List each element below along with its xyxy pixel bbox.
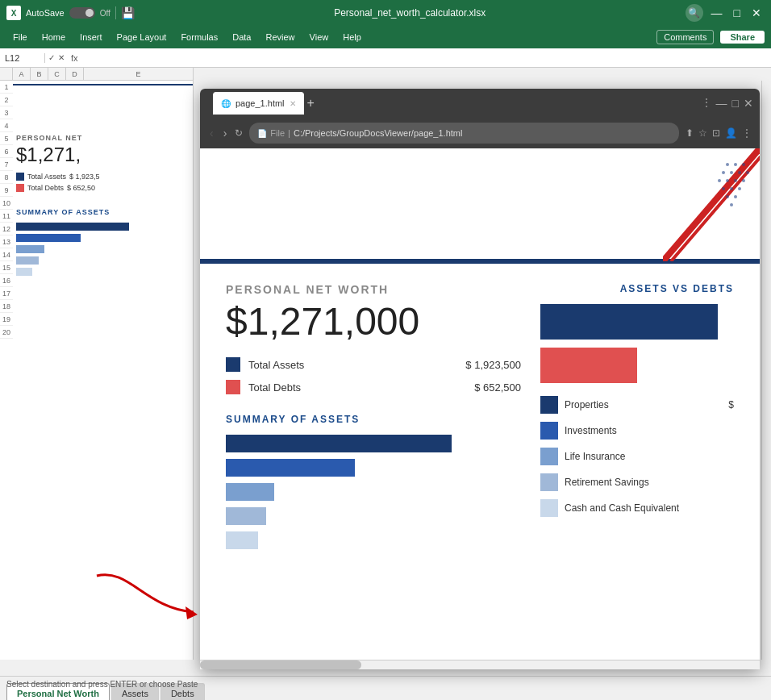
svg-marker-0 [185, 606, 198, 619]
mini-summary-label: SUMMARY OF ASSETS [13, 203, 193, 218]
mini-bars [13, 223, 193, 276]
browser-close[interactable]: ✕ [744, 97, 753, 110]
column-headers: A B C D E [0, 68, 194, 81]
tab-close-button[interactable]: ✕ [290, 99, 296, 108]
forward-button[interactable]: › [222, 127, 229, 140]
legend-properties: Properties $ [540, 396, 734, 414]
profile-icon[interactable]: 👤 [725, 127, 737, 139]
cancel-icon: ✕ [58, 53, 65, 62]
minimize-button[interactable]: — [708, 6, 726, 19]
svg-point-18 [734, 195, 737, 198]
menu-help[interactable]: Help [336, 30, 368, 44]
back-button[interactable]: ‹ [208, 127, 215, 140]
fx-label: fx [68, 53, 81, 63]
formula-bar: L12 ✓ ✕ fx [0, 48, 771, 68]
menu-insert[interactable]: Insert [73, 30, 109, 44]
browser-favicon: 🌐 [221, 99, 231, 108]
autosave-label: AutoSave [26, 8, 65, 18]
assets-vs-debts-debts-bar [540, 348, 637, 383]
menu-view[interactable]: View [303, 30, 335, 44]
menu-data[interactable]: Data [226, 30, 257, 44]
svg-point-16 [738, 187, 741, 190]
col-d: D [66, 68, 84, 80]
row-numbers: 1 2 3 4 5 6 7 8 9 10 11 12 13 14 15 16 1… [0, 81, 13, 660]
checkmark-icon: ✓ [48, 53, 55, 62]
legend-investments: Investments [540, 422, 734, 440]
menu-file[interactable]: File [6, 30, 34, 44]
autosave-toggle[interactable] [69, 7, 95, 19]
header-decoration-svg [663, 148, 760, 261]
address-protocol: File [270, 128, 285, 138]
svg-point-5 [742, 163, 745, 166]
hscroll-thumb[interactable] [200, 660, 361, 669]
legend-investments-label: Investments [565, 425, 617, 436]
share-page-icon[interactable]: ⬆ [686, 127, 694, 139]
browser-maximize[interactable]: □ [732, 97, 739, 110]
legend-retirement: Retirement Savings [540, 473, 734, 491]
menu-home[interactable]: Home [35, 30, 72, 44]
browser-minimize[interactable]: — [716, 97, 727, 110]
total-assets-value: $ 1,923,500 [465, 359, 521, 371]
mini-net-worth-label: PERSONAL NET [13, 134, 193, 142]
autosave-state: Off [100, 9, 110, 18]
browser-window-controls: ⋮ — □ ✕ [702, 97, 753, 110]
menu-pagelayout[interactable]: Page Layout [110, 30, 173, 44]
cell-reference[interactable]: L12 [5, 53, 45, 63]
svg-point-17 [726, 195, 729, 198]
bar-life-insurance [226, 483, 274, 501]
total-debts-value: $ 652,500 [474, 381, 521, 394]
comments-button[interactable]: Comments [656, 30, 714, 44]
svg-point-19 [730, 203, 733, 206]
net-worth-value: $1,271,000 [226, 302, 521, 341]
save-icon[interactable]: 💾 [121, 6, 135, 19]
asset-bars-container [226, 435, 521, 549]
browser-more-icon: ⋮ [702, 97, 711, 110]
bookmark-icon[interactable]: ☆ [698, 127, 707, 139]
legend-investments-box [540, 422, 558, 440]
red-arrow [81, 560, 210, 627]
svg-point-12 [734, 179, 737, 182]
browser-toolbar-actions: ⬆ ☆ ⊡ 👤 ⋮ [686, 127, 752, 139]
excel-filename: Personal_net_worth_calculator.xlsx [140, 7, 681, 19]
svg-point-4 [734, 163, 737, 166]
excel-vscrollbar[interactable] [761, 81, 771, 660]
col-c: C [48, 68, 66, 80]
mini-legend: Total Assets $ 1,923,5 Total Debts $ 652… [13, 173, 193, 192]
asset-bar-4 [226, 507, 521, 525]
browser-page-content: PERSONAL NET WORTH $1,271,000 Total Asse… [200, 148, 760, 660]
total-assets-row: Total Assets $ 1,923,500 [226, 357, 521, 372]
page-title: PERSONAL NET WORTH [226, 283, 521, 296]
menu-review[interactable]: Review [259, 30, 301, 44]
excel-titlebar: X AutoSave Off 💾 Personal_net_worth_calc… [0, 0, 771, 26]
share-button[interactable]: Share [720, 31, 765, 44]
svg-point-3 [726, 163, 729, 166]
total-assets-label: Total Assets [248, 359, 457, 371]
assets-vs-debts-assets-bar [540, 304, 718, 340]
legend-section: Properties $ Investments Life Insurance … [540, 396, 734, 517]
address-bar[interactable]: 📄 File | C:/Projects/GroupDocsViewer/pag… [249, 123, 679, 144]
menu-formulas[interactable]: Formulas [174, 30, 224, 44]
left-panel: PERSONAL NET WORTH $1,271,000 Total Asse… [226, 283, 521, 549]
menu-icon[interactable]: ⋮ [742, 127, 752, 139]
svg-line-1 [663, 148, 760, 261]
refresh-button[interactable]: ↻ [235, 127, 243, 139]
total-debts-label: Total Debts [248, 381, 466, 394]
search-button[interactable]: 🔍 [686, 4, 703, 22]
legend-cash-box [540, 499, 558, 517]
browser-titlebar: 🌐 page_1.html ✕ + ⋮ — □ ✕ [200, 89, 760, 118]
bar-properties [226, 435, 452, 452]
browser-hscrollbar[interactable] [200, 660, 760, 669]
autosave-knob [85, 9, 94, 17]
svg-point-11 [726, 179, 729, 182]
browser-tab-label: page_1.html [235, 98, 285, 108]
new-tab-button[interactable]: + [307, 96, 315, 110]
col-e: E [84, 68, 194, 80]
maximize-button[interactable]: □ [731, 6, 744, 19]
bar-investments [226, 459, 355, 477]
close-button[interactable]: ✕ [748, 6, 765, 19]
split-view-icon[interactable]: ⊡ [712, 127, 720, 139]
legend-properties-label: Properties [565, 399, 609, 410]
browser-tab-active[interactable]: 🌐 page_1.html ✕ [213, 92, 304, 115]
svg-point-7 [730, 171, 733, 174]
svg-point-8 [738, 171, 741, 174]
